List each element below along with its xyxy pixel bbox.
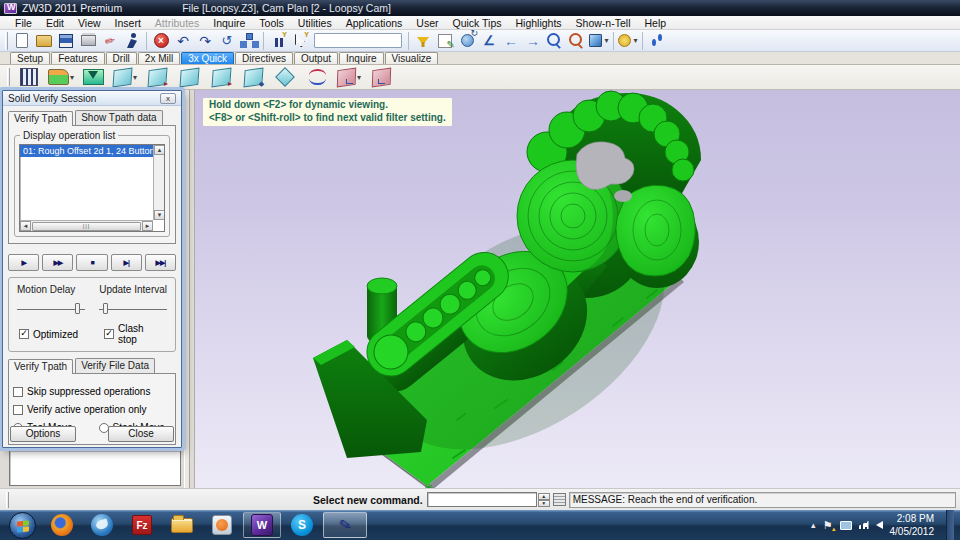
new-file-icon[interactable] bbox=[12, 31, 32, 50]
menu-insert[interactable]: Insert bbox=[108, 17, 148, 29]
zoom-all-icon[interactable] bbox=[567, 31, 587, 50]
optimized-checkbox-item[interactable]: Optimized bbox=[19, 323, 78, 345]
stop-button[interactable]: ■ bbox=[76, 254, 107, 271]
3d-viewport[interactable]: Hold down <F2> for dynamic viewing. <F8>… bbox=[195, 90, 960, 488]
rough-offset-icon[interactable]: ▾ bbox=[48, 66, 74, 89]
funnel-icon[interactable] bbox=[413, 31, 433, 50]
undo-icon[interactable] bbox=[173, 31, 193, 50]
volume-icon[interactable] bbox=[876, 521, 883, 529]
checkbox-unchecked-icon[interactable] bbox=[13, 387, 23, 397]
quick-input[interactable] bbox=[314, 33, 402, 48]
ribbon-tab-output[interactable]: Output bbox=[294, 52, 338, 64]
exit-session-icon[interactable] bbox=[122, 31, 142, 50]
menu-user[interactable]: User bbox=[409, 17, 445, 29]
surface-op-b-icon[interactable] bbox=[144, 66, 170, 89]
tray-clock[interactable]: 2:08 PM 4/05/2012 bbox=[890, 512, 935, 538]
tab-verify-tpath[interactable]: Verify Tpath bbox=[8, 111, 73, 126]
options-button[interactable]: Options bbox=[10, 426, 76, 442]
regen-icon[interactable] bbox=[217, 31, 237, 50]
close-button[interactable]: Close bbox=[108, 426, 174, 442]
media-player[interactable] bbox=[203, 512, 241, 538]
ribbon-tab-features[interactable]: Features bbox=[51, 52, 104, 64]
slider-thumb[interactable] bbox=[75, 303, 80, 314]
zw3d-window[interactable]: ✎ bbox=[323, 512, 367, 538]
display-icon[interactable] bbox=[840, 521, 852, 530]
filter-cursor-icon[interactable] bbox=[290, 31, 310, 50]
ribbon-tab-2x-mill[interactable]: 2x Mill bbox=[138, 52, 180, 64]
scrollbar-thumb[interactable]: ||| bbox=[32, 222, 141, 231]
menu-utilities[interactable]: Utilities bbox=[291, 17, 339, 29]
show-desktop-button[interactable] bbox=[946, 510, 954, 540]
menu-help[interactable]: Help bbox=[637, 17, 673, 29]
redo-icon[interactable] bbox=[195, 31, 215, 50]
dropdown-arrow-icon[interactable]: ▾ bbox=[357, 73, 361, 82]
verify-active-checkbox-item[interactable]: Verify active operation only bbox=[13, 404, 171, 415]
motion-delay-slider[interactable] bbox=[17, 302, 85, 315]
menu-edit[interactable]: Edit bbox=[39, 17, 71, 29]
windows-explorer[interactable] bbox=[163, 512, 201, 538]
menu-inquire[interactable]: Inquire bbox=[206, 17, 252, 29]
menu-view[interactable]: View bbox=[71, 17, 108, 29]
erase-pencil-icon[interactable] bbox=[100, 31, 120, 50]
tab-verify-tpath-2[interactable]: Verify Tpath bbox=[8, 359, 73, 374]
skype[interactable]: S bbox=[283, 512, 321, 538]
shaded-cube-icon[interactable]: ▾ bbox=[589, 31, 609, 50]
output-op-b-icon[interactable] bbox=[368, 66, 394, 89]
ribbon-tab-setup[interactable]: Setup bbox=[10, 52, 50, 64]
surface-op-a-icon[interactable]: ▾ bbox=[112, 66, 138, 89]
skip-suppressed-checkbox-item[interactable]: Skip suppressed operations bbox=[13, 386, 171, 397]
curve-op-icon[interactable] bbox=[304, 66, 330, 89]
spin-down-icon[interactable]: ▼ bbox=[538, 500, 550, 507]
scroll-up-icon[interactable]: ▲ bbox=[154, 145, 165, 155]
save-icon[interactable] bbox=[56, 31, 76, 50]
ribbon-tab-3x-quick[interactable]: 3x Quick bbox=[181, 52, 234, 64]
zoom-window-icon[interactable] bbox=[545, 31, 565, 50]
menu-quick-tips[interactable]: Quick Tips bbox=[445, 17, 508, 29]
dropdown-arrow-icon[interactable]: ▾ bbox=[604, 36, 608, 45]
scroll-right-icon[interactable]: ► bbox=[142, 221, 153, 231]
footsteps-icon[interactable] bbox=[647, 31, 667, 50]
zw3d-app[interactable]: W bbox=[243, 512, 281, 538]
spin-up-icon[interactable]: ▲ bbox=[538, 493, 550, 500]
command-spinner[interactable]: ▲▼ bbox=[538, 493, 550, 507]
checkbox-checked-icon[interactable] bbox=[104, 329, 114, 339]
scroll-left-icon[interactable]: ◄ bbox=[20, 221, 31, 231]
start-button[interactable] bbox=[3, 512, 41, 538]
operation-list-item[interactable]: 01: Rough Offset 2d 1, 24 Button bbox=[20, 145, 164, 157]
dialog-close-icon[interactable]: x bbox=[160, 93, 176, 104]
menu-tools[interactable]: Tools bbox=[252, 17, 291, 29]
menu-show-n-tell[interactable]: Show-n-Tell bbox=[569, 17, 638, 29]
print-icon[interactable] bbox=[78, 31, 98, 50]
assembly-tree-icon[interactable] bbox=[239, 31, 259, 50]
dropdown-arrow-icon[interactable]: ▾ bbox=[633, 36, 637, 45]
output-op-a-icon[interactable]: ▾ bbox=[336, 66, 362, 89]
tab-verify-file-data[interactable]: Verify File Data bbox=[75, 358, 155, 373]
abort-icon[interactable] bbox=[151, 31, 171, 50]
clash-stop-checkbox-item[interactable]: Clash stop bbox=[104, 323, 165, 345]
view-forward-icon[interactable] bbox=[523, 31, 543, 50]
surface-op-d-icon[interactable] bbox=[208, 66, 234, 89]
tool-cutter-icon[interactable] bbox=[16, 66, 42, 89]
filter-bars-icon[interactable] bbox=[268, 31, 288, 50]
filezilla[interactable]: Fz bbox=[123, 512, 161, 538]
show-hidden-icons-icon[interactable]: ▴ bbox=[811, 520, 816, 530]
menu-file[interactable]: File bbox=[8, 17, 39, 29]
to-end-button[interactable]: ▶▶| bbox=[145, 254, 176, 271]
dropdown-arrow-icon[interactable]: ▾ bbox=[70, 73, 74, 82]
sketch-edit-icon[interactable] bbox=[435, 31, 455, 50]
surface-op-e-icon[interactable] bbox=[240, 66, 266, 89]
menu-highlights[interactable]: Highlights bbox=[509, 17, 569, 29]
checkbox-unchecked-icon[interactable] bbox=[13, 405, 23, 415]
vertical-scrollbar[interactable]: ▲ ▼ bbox=[153, 145, 164, 220]
action-center-flag-icon[interactable]: ⚑ bbox=[823, 519, 833, 532]
surface-op-f-icon[interactable] bbox=[272, 66, 298, 89]
menu-attributes[interactable]: Attributes bbox=[148, 17, 206, 29]
dialog-titlebar[interactable]: Solid Verify Session x bbox=[3, 91, 181, 106]
angle-snap-icon[interactable] bbox=[479, 31, 499, 50]
rotate-view-icon[interactable] bbox=[457, 31, 477, 50]
slider-thumb[interactable] bbox=[103, 303, 108, 314]
step-button[interactable]: ▶| bbox=[111, 254, 142, 271]
command-input[interactable] bbox=[427, 492, 537, 507]
thunderbird[interactable] bbox=[83, 512, 121, 538]
ribbon-tab-visualize[interactable]: Visualize bbox=[385, 52, 439, 64]
